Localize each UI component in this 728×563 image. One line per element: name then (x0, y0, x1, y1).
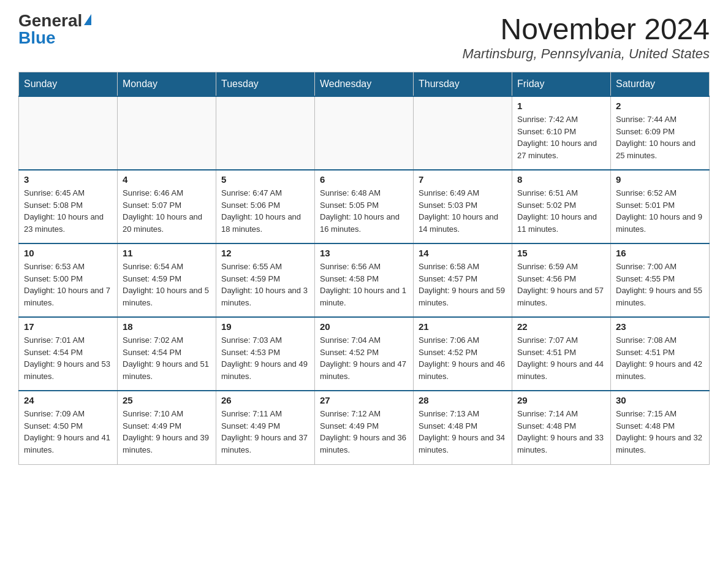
table-row: 30Sunrise: 7:15 AM Sunset: 4:48 PM Dayli… (611, 391, 710, 464)
table-row: 15Sunrise: 6:59 AM Sunset: 4:56 PM Dayli… (512, 243, 611, 317)
day-number: 22 (517, 321, 605, 332)
table-row (315, 96, 414, 170)
calendar-table: Sunday Monday Tuesday Wednesday Thursday… (18, 72, 710, 465)
day-number: 28 (419, 395, 507, 405)
day-number: 27 (320, 395, 408, 405)
day-detail: Sunrise: 7:02 AM Sunset: 4:54 PM Dayligh… (123, 334, 211, 382)
table-row: 17Sunrise: 7:01 AM Sunset: 4:54 PM Dayli… (19, 317, 118, 391)
day-detail: Sunrise: 7:07 AM Sunset: 4:51 PM Dayligh… (517, 334, 605, 382)
day-number: 4 (123, 174, 211, 185)
table-row: 2Sunrise: 7:44 AM Sunset: 6:09 PM Daylig… (611, 96, 710, 170)
col-friday: Friday (512, 72, 611, 97)
calendar-header-row: Sunday Monday Tuesday Wednesday Thursday… (19, 72, 710, 97)
calendar-week-row: 10Sunrise: 6:53 AM Sunset: 5:00 PM Dayli… (19, 243, 710, 317)
calendar-week-row: 24Sunrise: 7:09 AM Sunset: 4:50 PM Dayli… (19, 391, 710, 464)
day-detail: Sunrise: 7:06 AM Sunset: 4:52 PM Dayligh… (419, 334, 507, 382)
col-saturday: Saturday (611, 72, 710, 97)
day-number: 3 (24, 174, 112, 185)
day-number: 25 (123, 395, 211, 405)
table-row: 20Sunrise: 7:04 AM Sunset: 4:52 PM Dayli… (315, 317, 414, 391)
table-row: 23Sunrise: 7:08 AM Sunset: 4:51 PM Dayli… (611, 317, 710, 391)
day-number: 20 (320, 321, 408, 332)
table-row: 10Sunrise: 6:53 AM Sunset: 5:00 PM Dayli… (19, 243, 118, 317)
col-wednesday: Wednesday (315, 72, 414, 97)
calendar-week-row: 17Sunrise: 7:01 AM Sunset: 4:54 PM Dayli… (19, 317, 710, 391)
day-detail: Sunrise: 6:56 AM Sunset: 4:58 PM Dayligh… (320, 261, 408, 308)
table-row: 28Sunrise: 7:13 AM Sunset: 4:48 PM Dayli… (414, 391, 512, 464)
calendar-week-row: 1Sunrise: 7:42 AM Sunset: 6:10 PM Daylig… (19, 96, 710, 170)
day-number: 9 (616, 174, 704, 185)
day-detail: Sunrise: 7:09 AM Sunset: 4:50 PM Dayligh… (24, 408, 112, 456)
logo-general: General (18, 12, 91, 29)
day-detail: Sunrise: 6:52 AM Sunset: 5:01 PM Dayligh… (616, 187, 704, 235)
calendar-week-row: 3Sunrise: 6:45 AM Sunset: 5:08 PM Daylig… (19, 170, 710, 243)
day-detail: Sunrise: 6:45 AM Sunset: 5:08 PM Dayligh… (24, 187, 112, 235)
day-detail: Sunrise: 6:53 AM Sunset: 5:00 PM Dayligh… (24, 261, 112, 308)
day-detail: Sunrise: 7:01 AM Sunset: 4:54 PM Dayligh… (24, 334, 112, 382)
table-row: 14Sunrise: 6:58 AM Sunset: 4:57 PM Dayli… (414, 243, 512, 317)
table-row: 4Sunrise: 6:46 AM Sunset: 5:07 PM Daylig… (118, 170, 216, 243)
logo: General Blue (18, 12, 91, 47)
day-number: 5 (221, 174, 309, 185)
day-detail: Sunrise: 7:08 AM Sunset: 4:51 PM Dayligh… (616, 334, 704, 382)
day-detail: Sunrise: 7:15 AM Sunset: 4:48 PM Dayligh… (616, 408, 704, 456)
day-detail: Sunrise: 6:54 AM Sunset: 4:59 PM Dayligh… (123, 261, 211, 308)
table-row: 21Sunrise: 7:06 AM Sunset: 4:52 PM Dayli… (414, 317, 512, 391)
table-row: 3Sunrise: 6:45 AM Sunset: 5:08 PM Daylig… (19, 170, 118, 243)
day-number: 1 (517, 101, 605, 111)
day-detail: Sunrise: 7:10 AM Sunset: 4:49 PM Dayligh… (123, 408, 211, 456)
day-number: 15 (517, 248, 605, 258)
day-detail: Sunrise: 7:00 AM Sunset: 4:55 PM Dayligh… (616, 261, 704, 308)
day-detail: Sunrise: 6:51 AM Sunset: 5:02 PM Dayligh… (517, 187, 605, 235)
table-row: 8Sunrise: 6:51 AM Sunset: 5:02 PM Daylig… (512, 170, 611, 243)
logo-blue: Blue (18, 29, 91, 47)
table-row: 7Sunrise: 6:49 AM Sunset: 5:03 PM Daylig… (414, 170, 512, 243)
day-number: 26 (221, 395, 309, 405)
day-detail: Sunrise: 7:04 AM Sunset: 4:52 PM Dayligh… (320, 334, 408, 382)
day-detail: Sunrise: 6:46 AM Sunset: 5:07 PM Dayligh… (123, 187, 211, 235)
table-row: 13Sunrise: 6:56 AM Sunset: 4:58 PM Dayli… (315, 243, 414, 317)
day-detail: Sunrise: 7:14 AM Sunset: 4:48 PM Dayligh… (517, 408, 605, 456)
day-number: 8 (517, 174, 605, 185)
table-row: 16Sunrise: 7:00 AM Sunset: 4:55 PM Dayli… (611, 243, 710, 317)
day-detail: Sunrise: 7:42 AM Sunset: 6:10 PM Dayligh… (517, 113, 605, 161)
table-row (216, 96, 315, 170)
table-row (414, 96, 512, 170)
page-header: General Blue November 2024 Martinsburg, … (18, 12, 710, 62)
table-row: 22Sunrise: 7:07 AM Sunset: 4:51 PM Dayli… (512, 317, 611, 391)
day-number: 19 (221, 321, 309, 332)
day-number: 14 (419, 248, 507, 258)
table-row: 26Sunrise: 7:11 AM Sunset: 4:49 PM Dayli… (216, 391, 315, 464)
day-detail: Sunrise: 6:59 AM Sunset: 4:56 PM Dayligh… (517, 261, 605, 308)
table-row: 5Sunrise: 6:47 AM Sunset: 5:06 PM Daylig… (216, 170, 315, 243)
day-detail: Sunrise: 7:13 AM Sunset: 4:48 PM Dayligh… (419, 408, 507, 456)
title-area: November 2024 Martinsburg, Pennsylvania,… (462, 12, 710, 62)
calendar-title: November 2024 (462, 12, 710, 46)
day-detail: Sunrise: 6:49 AM Sunset: 5:03 PM Dayligh… (419, 187, 507, 235)
day-detail: Sunrise: 7:12 AM Sunset: 4:49 PM Dayligh… (320, 408, 408, 456)
day-number: 17 (24, 321, 112, 332)
table-row: 29Sunrise: 7:14 AM Sunset: 4:48 PM Dayli… (512, 391, 611, 464)
day-number: 16 (616, 248, 704, 258)
day-detail: Sunrise: 7:03 AM Sunset: 4:53 PM Dayligh… (221, 334, 309, 382)
table-row: 6Sunrise: 6:48 AM Sunset: 5:05 PM Daylig… (315, 170, 414, 243)
table-row: 11Sunrise: 6:54 AM Sunset: 4:59 PM Dayli… (118, 243, 216, 317)
day-detail: Sunrise: 7:44 AM Sunset: 6:09 PM Dayligh… (616, 113, 704, 161)
logo-triangle-icon (84, 14, 91, 25)
table-row: 18Sunrise: 7:02 AM Sunset: 4:54 PM Dayli… (118, 317, 216, 391)
col-monday: Monday (118, 72, 216, 97)
table-row: 1Sunrise: 7:42 AM Sunset: 6:10 PM Daylig… (512, 96, 611, 170)
table-row (118, 96, 216, 170)
day-detail: Sunrise: 6:47 AM Sunset: 5:06 PM Dayligh… (221, 187, 309, 235)
day-detail: Sunrise: 6:58 AM Sunset: 4:57 PM Dayligh… (419, 261, 507, 308)
day-number: 29 (517, 395, 605, 405)
day-number: 2 (616, 101, 704, 111)
day-number: 7 (419, 174, 507, 185)
day-number: 10 (24, 248, 112, 258)
col-tuesday: Tuesday (216, 72, 315, 97)
day-number: 12 (221, 248, 309, 258)
col-sunday: Sunday (19, 72, 118, 97)
table-row: 27Sunrise: 7:12 AM Sunset: 4:49 PM Dayli… (315, 391, 414, 464)
calendar-subtitle: Martinsburg, Pennsylvania, United States (462, 46, 710, 62)
day-number: 13 (320, 248, 408, 258)
